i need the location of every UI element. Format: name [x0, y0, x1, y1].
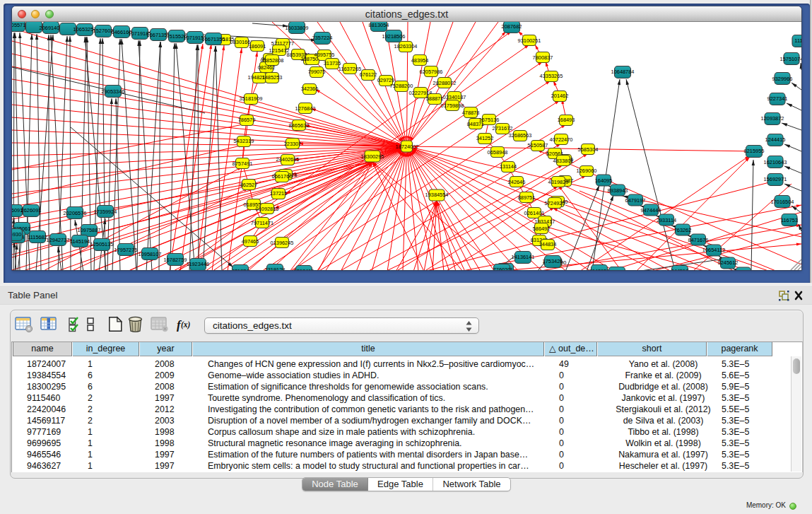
svg-text:8813054: 8813054	[369, 22, 389, 28]
svg-text:10654112: 10654112	[702, 247, 725, 253]
svg-text:01759898: 01759898	[441, 103, 464, 109]
svg-text:17359924: 17359924	[94, 209, 117, 215]
svg-text:776020: 776020	[493, 267, 511, 270]
svg-text:4833801: 4833801	[553, 158, 574, 164]
svg-text:342366: 342366	[301, 86, 319, 92]
svg-text:588871: 588871	[426, 95, 444, 102]
svg-text:17957275: 17957275	[114, 247, 138, 253]
svg-text:497465: 497465	[242, 238, 259, 245]
svg-text:16671355: 16671355	[202, 36, 225, 42]
svg-text:29053346: 29053346	[102, 88, 125, 95]
svg-text:344834: 344834	[539, 241, 557, 247]
svg-text:0261401: 0261401	[524, 210, 545, 216]
svg-text:9474444: 9474444	[641, 207, 661, 214]
svg-text:7357224: 7357224	[312, 35, 333, 41]
svg-text:(x): (x)	[181, 320, 191, 329]
svg-text:786579: 786579	[238, 117, 256, 123]
svg-text:19218506: 19218506	[382, 33, 406, 40]
svg-text:6661760: 6661760	[272, 173, 293, 180]
svg-text:40722470: 40722470	[550, 136, 573, 143]
svg-text:1115682: 1115682	[28, 234, 47, 240]
svg-text:75288200: 75288200	[390, 83, 413, 89]
svg-text:223307: 223307	[284, 141, 302, 147]
svg-text:18263304: 18263304	[394, 43, 418, 49]
svg-text:763262: 763262	[674, 227, 692, 233]
svg-text:10975887: 10975887	[78, 227, 101, 233]
svg-text:137215: 137215	[270, 190, 288, 197]
svg-text:201462: 201462	[551, 93, 569, 99]
svg-text:1753426: 1753426	[543, 258, 563, 264]
svg-text:4395755: 4395755	[314, 52, 335, 58]
svg-text:131144: 131144	[500, 163, 517, 170]
svg-text:478878: 478878	[462, 110, 480, 116]
svg-text:93100251: 93100251	[518, 37, 541, 44]
svg-text:164095: 164095	[595, 177, 613, 184]
svg-text:6479197: 6479197	[625, 197, 646, 204]
svg-text:14136141: 14136141	[512, 254, 535, 260]
svg-text:62057986: 62057986	[420, 69, 443, 75]
svg-text:35181909: 35181909	[240, 95, 263, 102]
svg-text:16210643: 16210643	[764, 159, 787, 165]
svg-text:2933114: 2933114	[657, 217, 676, 223]
svg-text:43353265: 43353265	[540, 73, 563, 79]
svg-text:5432319: 5432319	[234, 138, 254, 144]
svg-text:01396245: 01396245	[271, 240, 294, 246]
svg-text:044516: 044516	[671, 268, 689, 270]
svg-text:16782759: 16782759	[164, 257, 187, 263]
svg-text:676122: 676122	[360, 71, 377, 78]
svg-text:2731672: 2731672	[493, 125, 513, 132]
svg-text:8757491: 8757491	[233, 160, 253, 167]
svg-text:9227341: 9227341	[767, 95, 788, 102]
svg-text:1244415: 1244415	[765, 136, 786, 143]
svg-text:10648784: 10648784	[611, 69, 635, 75]
svg-text:186091: 186091	[249, 43, 266, 49]
svg-text:586492: 586492	[533, 226, 551, 232]
svg-text:483954: 483954	[411, 57, 429, 64]
svg-text:1145194: 1145194	[70, 238, 90, 245]
svg-text:7800837: 7800837	[533, 54, 553, 61]
svg-text:1269060: 1269060	[577, 168, 597, 174]
svg-text:18300295: 18300295	[361, 153, 384, 160]
svg-text:12093872: 12093872	[761, 115, 784, 122]
svg-text:28288072: 28288072	[433, 80, 457, 86]
svg-text:79711471: 79711471	[251, 220, 273, 226]
svg-text:471874: 471874	[232, 268, 249, 270]
svg-text:16033809: 16033809	[286, 25, 309, 31]
svg-text:1505561: 1505561	[607, 269, 628, 270]
svg-text:0658948: 0658948	[488, 149, 508, 156]
svg-text:2626091: 2626091	[21, 207, 42, 214]
svg-text:12942737: 12942737	[47, 237, 70, 243]
svg-text:12505135: 12505135	[90, 241, 114, 247]
svg-text:15930: 15930	[12, 231, 21, 238]
svg-text:168493: 168493	[558, 117, 575, 123]
svg-text:15751074: 15751074	[780, 56, 801, 62]
svg-text:2087682: 2087682	[502, 23, 522, 30]
svg-text:15692971: 15692971	[764, 176, 787, 182]
svg-text:01092815: 01092815	[256, 206, 279, 212]
svg-text:03340187: 03340187	[443, 94, 466, 100]
svg-text:1485253: 1485253	[262, 74, 283, 81]
svg-text:799075: 799075	[308, 69, 326, 75]
svg-text:116753: 116753	[781, 217, 798, 223]
svg-text:8215955: 8215955	[744, 148, 765, 154]
svg-text:862527: 862527	[240, 182, 258, 188]
svg-text:5585304: 5585304	[578, 146, 599, 153]
svg-text:8471676: 8471676	[688, 237, 709, 243]
svg-text:5150587: 5150587	[528, 142, 548, 148]
svg-text:17016504: 17016504	[771, 199, 794, 205]
svg-text:18724007: 18724007	[396, 144, 419, 150]
svg-text:3319128: 3319128	[265, 267, 286, 270]
svg-text:20691406: 20691406	[40, 25, 63, 31]
svg-text:03852808: 03852808	[261, 57, 284, 64]
svg-text:1675136: 1675136	[479, 117, 500, 123]
svg-text:5724920: 5724920	[545, 200, 565, 206]
svg-text:24402685: 24402685	[276, 156, 300, 163]
svg-text:9245612: 9245612	[718, 259, 739, 266]
svg-text:889751: 889751	[518, 194, 536, 201]
svg-text:4319829: 4319829	[548, 179, 569, 185]
svg-text:10958107: 10958107	[139, 251, 162, 257]
svg-text:1276842: 1276842	[295, 105, 316, 112]
svg-text:5298415: 5298415	[294, 268, 314, 270]
svg-text:11923446: 11923446	[187, 261, 209, 267]
svg-text:11637265: 11637265	[339, 66, 361, 72]
